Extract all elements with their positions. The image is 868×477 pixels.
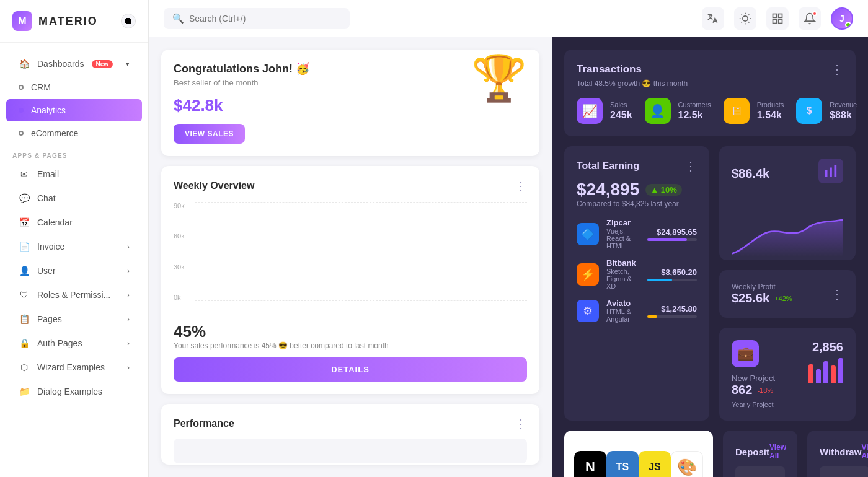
- svg-rect-7: [835, 165, 837, 177]
- deposit-view-all[interactable]: View All: [769, 443, 786, 460]
- new-badge: New: [92, 60, 113, 68]
- sales-label: Sales: [610, 101, 632, 108]
- sidebar-item-crm[interactable]: CRM: [6, 76, 142, 98]
- earning-menu-icon[interactable]: ⋮: [684, 159, 697, 173]
- chevron-right-icon: ›: [127, 267, 130, 274]
- details-button[interactable]: DETAILS: [174, 357, 527, 382]
- withdraw-title: Withdraw: [820, 447, 861, 457]
- sidebar-item-roles[interactable]: 🛡 Roles & Permissi... ›: [6, 283, 142, 307]
- earning-item-zipcar: 🔷 Zipcar Vuejs, React & HTML $24,895.65: [577, 218, 697, 250]
- chevron-right-icon: ›: [127, 243, 130, 250]
- customers-value: 12.5k: [678, 110, 711, 121]
- zipcar-tech: Vuejs, React & HTML: [606, 227, 640, 250]
- earning-header: Total Earning ⋮: [577, 159, 697, 173]
- sidebar-item-dashboards[interactable]: 🏠 Dashboards New ▾: [6, 52, 142, 76]
- performance-text: Your sales performance is 45% 😎 better c…: [174, 341, 389, 350]
- sidebar-item-dialog[interactable]: 📁 Dialog Examples: [6, 380, 142, 403]
- sidebar-item-pages[interactable]: 📋 Pages ›: [6, 307, 142, 331]
- customers-icon: 👤: [645, 98, 671, 124]
- sidebar-item-ecommerce[interactable]: eCommerce: [6, 122, 142, 144]
- total-profit-chart-card: $86.4k: [719, 146, 856, 260]
- chat-label: Chat: [37, 193, 56, 203]
- avatar[interactable]: J: [831, 7, 853, 30]
- transactions-card: Transactions ⋮ Total 48.5% growth 😎 this…: [564, 50, 856, 136]
- sidebar-item-calendar[interactable]: 📅 Calendar: [6, 211, 142, 234]
- translate-icon[interactable]: [702, 7, 724, 30]
- sidebar-item-user[interactable]: 👤 User ›: [6, 259, 142, 282]
- zipcar-icon: 🔷: [577, 223, 599, 245]
- transactions-title: Transactions: [577, 63, 642, 76]
- sidebar-item-wizard[interactable]: ⬡ Wizard Examples ›: [6, 356, 142, 379]
- roles-label: Roles & Permissi...: [37, 290, 110, 300]
- sales-icon: 📈: [577, 98, 603, 124]
- auth-label: Auth Pages: [37, 338, 82, 348]
- chat-icon: 💬: [19, 193, 30, 204]
- bitbank-icon: ⚡: [577, 263, 599, 286]
- sidebar-item-chat[interactable]: 💬 Chat: [6, 186, 142, 210]
- wizard-label: Wizard Examples: [37, 362, 105, 372]
- products-icon: 🖥: [724, 98, 750, 124]
- performance-menu-icon[interactable]: ⋮: [515, 416, 527, 431]
- sidebar-item-email[interactable]: ✉ Email: [6, 162, 142, 186]
- right-panel: Transactions ⋮ Total 48.5% growth 😎 this…: [552, 37, 868, 477]
- y-label-60k: 60k: [174, 232, 185, 240]
- invoice-label: Invoice: [37, 242, 64, 252]
- revenue-icon: $: [796, 98, 822, 124]
- transactions-menu-icon[interactable]: ⋮: [831, 62, 843, 77]
- crm-label: CRM: [31, 82, 51, 92]
- chevron-right-icon: ›: [127, 339, 130, 347]
- stat-products: 🖥 Products 1.54k: [724, 98, 784, 124]
- earning-item-bitbank: ⚡ Bitbank Sketch, Figma & XD $8,650.20: [577, 258, 697, 290]
- view-sales-button[interactable]: VIEW SALES: [174, 124, 245, 144]
- svg-rect-5: [825, 170, 828, 177]
- search-box[interactable]: 🔍: [164, 8, 350, 29]
- transactions-stats: 📈 Sales 245k 👤 Customers 12.5k: [577, 98, 843, 124]
- sidebar-item-analytics[interactable]: Analytics: [6, 99, 142, 121]
- withdraw-card: Withdraw View All: [807, 431, 868, 477]
- svg-rect-1: [773, 14, 777, 17]
- withdraw-view-all[interactable]: View All: [861, 443, 868, 460]
- lock-icon: 🔒: [19, 338, 30, 349]
- earning-list: 🔷 Zipcar Vuejs, React & HTML $24,895.65: [577, 218, 697, 323]
- sidebar-item-auth[interactable]: 🔒 Auth Pages ›: [6, 331, 142, 355]
- aviato-tech: HTML & Angular: [606, 308, 640, 323]
- svg-rect-6: [830, 168, 832, 177]
- wizard-icon: ⬡: [19, 362, 30, 373]
- recording-button[interactable]: ⏺: [121, 14, 136, 28]
- logo-icon: M: [12, 11, 32, 31]
- mini-bar: [823, 361, 828, 383]
- home-icon: 🏠: [19, 58, 30, 69]
- sidebar-item-invoice[interactable]: 📄 Invoice ›: [6, 235, 142, 258]
- trophy-icon: 🏆: [471, 56, 527, 100]
- avatar-initials: J: [839, 14, 844, 24]
- search-input[interactable]: [189, 14, 341, 24]
- yearly-total: 2,856: [808, 340, 843, 354]
- calendar-label: Calendar: [37, 217, 73, 227]
- profit-chart-icon: [818, 159, 843, 183]
- deposit-card: Deposit View All: [723, 431, 797, 477]
- earning-profit-row: Total Earning ⋮ $24,895 ▲ 10% Compared t…: [564, 146, 856, 421]
- congrats-card: Congratulations John! 🥳 Best seller of t…: [161, 50, 539, 156]
- theme-icon[interactable]: [734, 7, 756, 30]
- weekly-profit-menu[interactable]: ⋮: [831, 287, 843, 302]
- performance-pct: 45%: [174, 322, 389, 341]
- logo-text: MATERIO: [38, 15, 98, 28]
- weekly-footer: 45% Your sales performance is 45% 😎 bett…: [174, 322, 527, 350]
- chevron-right-icon: ›: [127, 291, 130, 299]
- topbar: 🔍 J: [149, 0, 868, 37]
- notification-icon[interactable]: [799, 7, 821, 30]
- new-project-icon: 💼: [732, 340, 759, 367]
- tech-logos-card: N TS JS 🎨: [564, 431, 713, 477]
- stat-revenue: $ Revenue $88k: [796, 98, 857, 124]
- y-label-90k: 90k: [174, 202, 185, 209]
- svg-rect-2: [779, 14, 782, 17]
- avatar-status: [845, 22, 851, 28]
- grid-icon[interactable]: [766, 7, 789, 30]
- y-label-30k: 30k: [174, 263, 185, 271]
- weekly-profit-growth: +42%: [774, 295, 792, 302]
- weekly-menu-icon[interactable]: ⋮: [515, 178, 527, 193]
- new-project-change: -18%: [757, 387, 773, 394]
- aviato-amount: $1,245.80: [647, 304, 697, 318]
- zipcar-name: Zipcar: [606, 218, 640, 227]
- congrats-title: Congratulations John! 🥳: [174, 62, 309, 76]
